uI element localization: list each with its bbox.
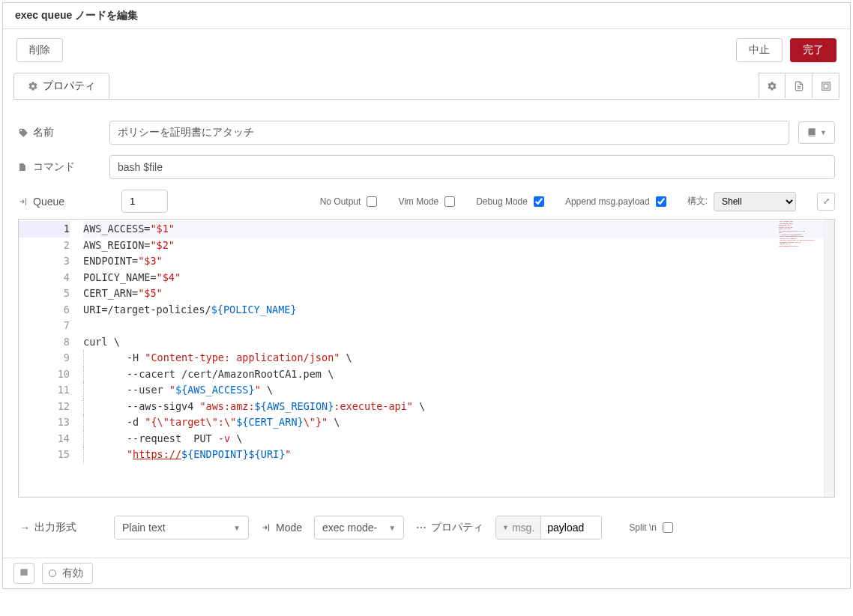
ellipsis-icon: ⋯ bbox=[416, 522, 426, 534]
queue-input[interactable] bbox=[121, 190, 168, 213]
append-checkbox[interactable] bbox=[656, 196, 666, 207]
delete-button[interactable]: 削除 bbox=[16, 38, 63, 62]
tag-icon bbox=[18, 127, 28, 138]
syntax-label: 構文: bbox=[687, 195, 708, 208]
split-checkbox[interactable] bbox=[663, 522, 673, 533]
output-format-select[interactable]: Plain text▼ bbox=[114, 516, 249, 540]
share-arrow-icon bbox=[261, 522, 271, 533]
output-format-label: → 出力形式 bbox=[19, 521, 102, 534]
append-label: Append msg.payload bbox=[565, 196, 650, 207]
book-icon bbox=[807, 127, 817, 138]
book-icon bbox=[19, 568, 29, 579]
tab-bar: プロパティ bbox=[3, 73, 850, 100]
command-input[interactable] bbox=[109, 155, 835, 179]
editor-panel: exec queue ノードを編集 削除 中止 完了 プロパティ bbox=[2, 2, 851, 589]
info-book-button[interactable] bbox=[13, 563, 34, 584]
property-label: ⋯ プロパティ bbox=[416, 521, 483, 534]
caret-down-icon: ▼ bbox=[820, 129, 827, 136]
command-label: コマンド bbox=[18, 160, 100, 174]
arrow-right-icon: → bbox=[19, 522, 30, 534]
property-input[interactable] bbox=[541, 516, 601, 539]
expand-button[interactable]: ⤢ bbox=[817, 193, 835, 211]
svg-rect-0 bbox=[822, 82, 830, 90]
property-type-button[interactable]: ▼ msg. bbox=[496, 516, 541, 539]
footer: 有効 bbox=[3, 558, 850, 588]
editor-code[interactable]: AWS_ACCESS="$1"AWS_REGION="$2"ENDPOINT="… bbox=[83, 220, 834, 497]
gear-icon bbox=[28, 81, 38, 91]
editor-minimap: AWS_ACCESS="$1"AWS_REGION="$2"ENDPOINT="… bbox=[779, 220, 821, 250]
svg-rect-1 bbox=[824, 84, 828, 88]
form-body: 名前 ▼ コマンド Queue bbox=[3, 100, 850, 558]
debug-mode-label: Debug Mode bbox=[476, 196, 528, 207]
code-editor[interactable]: 123456789101112131415 AWS_ACCESS="$1"AWS… bbox=[18, 219, 835, 498]
no-output-label: No Output bbox=[320, 196, 361, 207]
panel-title: exec queue ノードを編集 bbox=[3, 3, 850, 29]
expand-icon: ⤢ bbox=[823, 196, 830, 206]
chevron-down-icon: ▼ bbox=[388, 524, 396, 532]
name-type-button[interactable]: ▼ bbox=[798, 121, 835, 144]
caret-down-icon: ▼ bbox=[502, 524, 509, 531]
split-label: Split \n bbox=[629, 522, 657, 533]
tab-label: プロパティ bbox=[43, 79, 95, 93]
toolbar: 削除 中止 完了 bbox=[3, 29, 850, 73]
enabled-toggle[interactable]: 有効 bbox=[42, 563, 93, 584]
done-button[interactable]: 完了 bbox=[790, 38, 837, 62]
mode-select[interactable]: exec mode-▼ bbox=[314, 516, 404, 540]
layout-icon-button[interactable] bbox=[813, 73, 840, 98]
syntax-select[interactable]: Shell bbox=[714, 192, 796, 211]
document-icon-button[interactable] bbox=[786, 73, 813, 98]
cancel-button[interactable]: 中止 bbox=[736, 38, 783, 62]
circle-icon bbox=[49, 570, 56, 577]
chevron-down-icon: ▼ bbox=[233, 524, 241, 532]
name-label: 名前 bbox=[18, 126, 100, 139]
share-icon bbox=[18, 196, 28, 207]
vim-mode-label: Vim Mode bbox=[398, 196, 438, 207]
no-output-checkbox[interactable] bbox=[367, 196, 377, 207]
mode-label: Mode bbox=[261, 522, 302, 534]
tab-properties[interactable]: プロパティ bbox=[13, 73, 109, 100]
debug-mode-checkbox[interactable] bbox=[534, 196, 544, 207]
settings-icon-button[interactable] bbox=[759, 73, 786, 98]
vim-mode-checkbox[interactable] bbox=[444, 196, 455, 207]
editor-gutter: 123456789101112131415 bbox=[19, 220, 83, 497]
queue-label: Queue bbox=[18, 196, 100, 208]
editor-scrollbar[interactable] bbox=[824, 220, 834, 497]
name-input[interactable] bbox=[109, 121, 789, 145]
property-input-group: ▼ msg. bbox=[495, 516, 602, 540]
file-icon bbox=[18, 162, 28, 172]
